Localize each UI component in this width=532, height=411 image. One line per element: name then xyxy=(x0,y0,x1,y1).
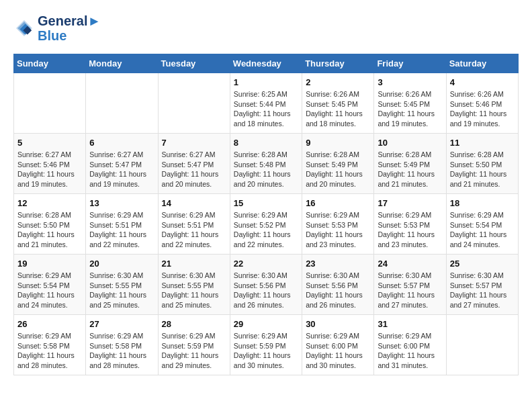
day-info: Sunrise: 6:27 AM Sunset: 5:46 PM Dayligh… xyxy=(17,150,82,189)
day-info: Sunrise: 6:30 AM Sunset: 5:57 PM Dayligh… xyxy=(450,271,515,310)
calendar-cell: 16Sunrise: 6:29 AM Sunset: 5:53 PM Dayli… xyxy=(302,194,374,255)
calendar-cell: 27Sunrise: 6:29 AM Sunset: 5:58 PM Dayli… xyxy=(86,315,158,375)
calendar-cell xyxy=(86,73,158,134)
day-number: 1 xyxy=(234,77,298,87)
day-number: 14 xyxy=(162,198,226,208)
calendar-cell: 2Sunrise: 6:26 AM Sunset: 5:45 PM Daylig… xyxy=(302,73,374,134)
calendar-cell: 14Sunrise: 6:29 AM Sunset: 5:51 PM Dayli… xyxy=(158,194,230,255)
calendar-cell: 5Sunrise: 6:27 AM Sunset: 5:46 PM Daylig… xyxy=(14,134,86,194)
calendar-cell: 12Sunrise: 6:28 AM Sunset: 5:50 PM Dayli… xyxy=(14,194,86,255)
calendar-cell: 8Sunrise: 6:28 AM Sunset: 5:48 PM Daylig… xyxy=(230,134,302,194)
calendar-cell: 22Sunrise: 6:30 AM Sunset: 5:56 PM Dayli… xyxy=(230,255,302,315)
day-info: Sunrise: 6:27 AM Sunset: 5:47 PM Dayligh… xyxy=(162,150,226,189)
day-info: Sunrise: 6:30 AM Sunset: 5:57 PM Dayligh… xyxy=(378,271,442,310)
logo-text: General► Blue xyxy=(38,13,101,43)
day-info: Sunrise: 6:29 AM Sunset: 5:53 PM Dayligh… xyxy=(378,210,442,250)
day-info: Sunrise: 6:29 AM Sunset: 5:51 PM Dayligh… xyxy=(89,210,154,250)
calendar-cell: 21Sunrise: 6:30 AM Sunset: 5:55 PM Dayli… xyxy=(158,255,230,315)
day-number: 29 xyxy=(234,319,298,329)
day-info: Sunrise: 6:29 AM Sunset: 5:59 PM Dayligh… xyxy=(162,331,226,371)
calendar-body: 1Sunrise: 6:25 AM Sunset: 5:44 PM Daylig… xyxy=(14,73,519,375)
day-number: 25 xyxy=(450,259,515,269)
day-number: 18 xyxy=(450,198,515,208)
day-info: Sunrise: 6:30 AM Sunset: 5:56 PM Dayligh… xyxy=(234,271,298,310)
day-info: Sunrise: 6:27 AM Sunset: 5:47 PM Dayligh… xyxy=(89,150,154,189)
day-info: Sunrise: 6:26 AM Sunset: 5:45 PM Dayligh… xyxy=(306,89,370,129)
day-info: Sunrise: 6:29 AM Sunset: 5:52 PM Dayligh… xyxy=(234,210,298,250)
week-row-4: 19Sunrise: 6:29 AM Sunset: 5:54 PM Dayli… xyxy=(14,255,519,315)
week-row-3: 12Sunrise: 6:28 AM Sunset: 5:50 PM Dayli… xyxy=(14,194,519,255)
day-info: Sunrise: 6:29 AM Sunset: 5:54 PM Dayligh… xyxy=(17,271,82,310)
day-info: Sunrise: 6:29 AM Sunset: 5:51 PM Dayligh… xyxy=(162,210,226,250)
day-number: 16 xyxy=(306,198,370,208)
calendar-cell: 9Sunrise: 6:28 AM Sunset: 5:49 PM Daylig… xyxy=(302,134,374,194)
calendar-cell: 25Sunrise: 6:30 AM Sunset: 5:57 PM Dayli… xyxy=(446,255,518,315)
day-number: 5 xyxy=(17,138,82,148)
day-info: Sunrise: 6:25 AM Sunset: 5:44 PM Dayligh… xyxy=(234,89,298,129)
day-info: Sunrise: 6:29 AM Sunset: 5:58 PM Dayligh… xyxy=(89,331,154,371)
header-cell-wednesday: Wednesday xyxy=(230,54,302,73)
day-number: 26 xyxy=(17,319,82,329)
day-number: 24 xyxy=(378,259,442,269)
day-number: 27 xyxy=(89,319,154,329)
day-info: Sunrise: 6:30 AM Sunset: 5:56 PM Dayligh… xyxy=(306,271,370,310)
day-info: Sunrise: 6:29 AM Sunset: 5:59 PM Dayligh… xyxy=(234,331,298,371)
calendar-cell: 10Sunrise: 6:28 AM Sunset: 5:49 PM Dayli… xyxy=(374,134,446,194)
day-number: 19 xyxy=(17,259,82,269)
day-info: Sunrise: 6:29 AM Sunset: 6:00 PM Dayligh… xyxy=(378,331,442,371)
page-header: General► Blue xyxy=(13,13,519,43)
day-number: 17 xyxy=(378,198,442,208)
day-info: Sunrise: 6:29 AM Sunset: 6:00 PM Dayligh… xyxy=(306,331,370,371)
calendar-cell: 13Sunrise: 6:29 AM Sunset: 5:51 PM Dayli… xyxy=(86,194,158,255)
header-cell-sunday: Sunday xyxy=(14,54,86,73)
day-number: 2 xyxy=(306,77,370,87)
day-number: 8 xyxy=(234,138,298,148)
calendar-cell: 15Sunrise: 6:29 AM Sunset: 5:52 PM Dayli… xyxy=(230,194,302,255)
day-number: 3 xyxy=(378,77,442,87)
day-number: 20 xyxy=(89,259,154,269)
day-number: 30 xyxy=(306,319,370,329)
calendar-cell xyxy=(446,315,518,375)
day-number: 12 xyxy=(17,198,82,208)
day-info: Sunrise: 6:28 AM Sunset: 5:49 PM Dayligh… xyxy=(378,150,442,189)
logo: General► Blue xyxy=(13,13,101,43)
day-info: Sunrise: 6:26 AM Sunset: 5:45 PM Dayligh… xyxy=(378,89,442,129)
day-number: 22 xyxy=(234,259,298,269)
calendar-cell: 4Sunrise: 6:26 AM Sunset: 5:46 PM Daylig… xyxy=(446,73,518,134)
calendar-cell: 7Sunrise: 6:27 AM Sunset: 5:47 PM Daylig… xyxy=(158,134,230,194)
day-info: Sunrise: 6:29 AM Sunset: 5:53 PM Dayligh… xyxy=(306,210,370,250)
calendar-cell: 23Sunrise: 6:30 AM Sunset: 5:56 PM Dayli… xyxy=(302,255,374,315)
day-info: Sunrise: 6:30 AM Sunset: 5:55 PM Dayligh… xyxy=(162,271,226,310)
logo-icon xyxy=(13,17,35,39)
calendar-cell: 28Sunrise: 6:29 AM Sunset: 5:59 PM Dayli… xyxy=(158,315,230,375)
day-info: Sunrise: 6:28 AM Sunset: 5:49 PM Dayligh… xyxy=(306,150,370,189)
calendar-cell: 30Sunrise: 6:29 AM Sunset: 6:00 PM Dayli… xyxy=(302,315,374,375)
day-info: Sunrise: 6:29 AM Sunset: 5:58 PM Dayligh… xyxy=(17,331,82,371)
day-info: Sunrise: 6:28 AM Sunset: 5:50 PM Dayligh… xyxy=(17,210,82,250)
header-cell-monday: Monday xyxy=(86,54,158,73)
header-row: SundayMondayTuesdayWednesdayThursdayFrid… xyxy=(14,54,519,73)
day-info: Sunrise: 6:29 AM Sunset: 5:54 PM Dayligh… xyxy=(450,210,515,250)
week-row-1: 1Sunrise: 6:25 AM Sunset: 5:44 PM Daylig… xyxy=(14,73,519,134)
header-cell-tuesday: Tuesday xyxy=(158,54,230,73)
calendar-cell xyxy=(14,73,86,134)
calendar-cell: 11Sunrise: 6:28 AM Sunset: 5:50 PM Dayli… xyxy=(446,134,518,194)
day-number: 23 xyxy=(306,259,370,269)
header-cell-thursday: Thursday xyxy=(302,54,374,73)
day-number: 13 xyxy=(89,198,154,208)
calendar-cell: 3Sunrise: 6:26 AM Sunset: 5:45 PM Daylig… xyxy=(374,73,446,134)
day-info: Sunrise: 6:26 AM Sunset: 5:46 PM Dayligh… xyxy=(450,89,515,129)
day-number: 6 xyxy=(89,138,154,148)
calendar-cell: 19Sunrise: 6:29 AM Sunset: 5:54 PM Dayli… xyxy=(14,255,86,315)
calendar-header: SundayMondayTuesdayWednesdayThursdayFrid… xyxy=(14,54,519,73)
calendar-cell: 18Sunrise: 6:29 AM Sunset: 5:54 PM Dayli… xyxy=(446,194,518,255)
day-number: 9 xyxy=(306,138,370,148)
calendar-cell: 17Sunrise: 6:29 AM Sunset: 5:53 PM Dayli… xyxy=(374,194,446,255)
day-info: Sunrise: 6:28 AM Sunset: 5:50 PM Dayligh… xyxy=(450,150,515,189)
calendar-cell xyxy=(158,73,230,134)
header-cell-friday: Friday xyxy=(374,54,446,73)
calendar-cell: 31Sunrise: 6:29 AM Sunset: 6:00 PM Dayli… xyxy=(374,315,446,375)
week-row-5: 26Sunrise: 6:29 AM Sunset: 5:58 PM Dayli… xyxy=(14,315,519,375)
calendar-cell: 20Sunrise: 6:30 AM Sunset: 5:55 PM Dayli… xyxy=(86,255,158,315)
calendar-cell: 24Sunrise: 6:30 AM Sunset: 5:57 PM Dayli… xyxy=(374,255,446,315)
